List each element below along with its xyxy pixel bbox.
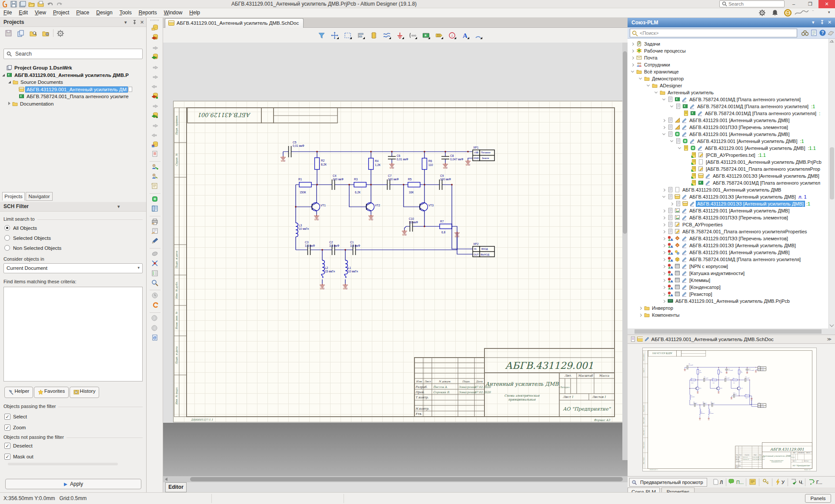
nav-forward-icon[interactable] xyxy=(151,43,158,50)
plm-tree-item[interactable]: АБГВ.431129.001_Антенный усилитель ДМВ.P… xyxy=(628,298,791,305)
radio-non-selected-objects[interactable] xyxy=(4,245,10,251)
panels-button[interactable]: Panels xyxy=(805,494,831,503)
form-hand-icon[interactable] xyxy=(151,228,158,235)
wrench-orange-icon[interactable] xyxy=(151,302,158,309)
plm-search-input[interactable]: <Поиск> xyxy=(630,29,797,37)
project-tree-item[interactable]: Source Documents xyxy=(8,79,64,86)
plm-tree-item[interactable]: [Конденсатор] xyxy=(628,284,721,291)
fwd2-icon[interactable] xyxy=(151,102,158,109)
panel-menu-icon[interactable]: ▾ xyxy=(117,204,120,209)
db-import-icon[interactable] xyxy=(151,33,158,40)
cross-probe-icon[interactable] xyxy=(151,260,158,267)
tab-projects[interactable]: Projects xyxy=(2,192,25,201)
panel-menu-icon[interactable]: ▾ xyxy=(812,20,815,25)
form-icon[interactable] xyxy=(749,479,756,485)
chevron-down-icon[interactable]: ▾ xyxy=(828,10,830,14)
deselect-checkbox[interactable]: ✓ xyxy=(4,443,10,449)
component-chip-icon[interactable] xyxy=(370,32,377,39)
scroll-left-arrow[interactable] xyxy=(165,477,167,481)
project-tree-item[interactable]: Documentation xyxy=(8,101,54,107)
db-props-icon[interactable] xyxy=(151,141,158,148)
plm-tree-item[interactable]: [АБГВ.758724.001_Плата антенного усилите… xyxy=(628,166,821,172)
nav-next-circle-icon[interactable] xyxy=(151,325,158,332)
zoom-checkbox[interactable]: ✓ xyxy=(4,424,10,431)
preview-sheet[interactable] xyxy=(642,348,817,471)
plm-tree-item[interactable]: АБГВ.431129.001 [Антенный усилитель ДМВ]… xyxy=(628,145,816,152)
clock-gray-icon[interactable] xyxy=(151,292,158,299)
help-icon[interactable]: ? xyxy=(819,30,826,36)
mask-out-checkbox[interactable]: ✓ xyxy=(4,454,10,460)
editor-horizontal-scrollbar[interactable] xyxy=(163,476,628,482)
copy-documents-icon[interactable] xyxy=(17,30,24,37)
maximize-button[interactable]: ❐ xyxy=(802,0,818,8)
plm-tree-item[interactable]: АБГВ.431129.001ЭЗ [Антенный усилитель ДМ… xyxy=(628,172,820,179)
toolbar-grip[interactable] xyxy=(150,20,159,21)
avatar[interactable] xyxy=(784,9,792,17)
plm-tree-item[interactable]: АБГВ.758724.001_Плата антенного усилител… xyxy=(628,228,808,235)
history-button[interactable]: History xyxy=(70,387,99,398)
global-search-input[interactable]: Search xyxy=(719,0,785,7)
db-open-folder-icon[interactable] xyxy=(151,24,158,31)
project-tree-item[interactable]: Project Group 1.DsnWrk xyxy=(2,65,73,71)
nav-return-icon[interactable] xyxy=(151,73,158,80)
user-key1-icon[interactable] xyxy=(151,163,158,170)
blob-gray-icon[interactable] xyxy=(151,250,158,257)
save-icon[interactable] xyxy=(5,30,12,37)
eraser-icon[interactable] xyxy=(828,30,834,36)
menu-reports[interactable]: Reports xyxy=(135,8,160,17)
radio-all-objects[interactable] xyxy=(4,225,10,231)
close-panel-icon[interactable]: ✕ xyxy=(140,20,144,25)
print-hand-icon[interactable] xyxy=(151,218,158,225)
plm-tree-item[interactable]: АБГВ.431129.001 [Антенный усилитель ДМВ] xyxy=(628,131,790,138)
document-tab[interactable]: АБГВ.431129.001_Антенный усилитель ДМВ.S… xyxy=(165,18,304,28)
plm-tree-item[interactable]: Демонстратор xyxy=(628,75,685,82)
plm-tree-item[interactable]: АБГВ.431129.001ПЭЗ [Перечень элементов] xyxy=(628,214,789,221)
plm-tree-item[interactable]: ADesigner xyxy=(628,82,683,89)
plm-tree-item[interactable]: [Клеммы] xyxy=(628,277,711,284)
plm-tree-item[interactable]: АБГВ.431129.001 [Антенный усилитель ДМВ] xyxy=(628,117,790,124)
plm-tree-item[interactable]: АБГВ.758724.001МД [Плата антенного усили… xyxy=(628,96,802,103)
favorites-button[interactable]: Favorites xyxy=(34,387,69,398)
schematic-canvas[interactable]: Перв. примен. Справ. № Подп. и дата Инв.… xyxy=(163,43,628,476)
binoculars-icon[interactable] xyxy=(802,30,808,36)
editor-vertical-scrollbar[interactable] xyxy=(622,43,628,460)
db-export-icon[interactable] xyxy=(151,53,158,60)
minimize-button[interactable]: – xyxy=(785,0,802,8)
plm-tree-item[interactable]: Задачи xyxy=(628,40,661,47)
plm-tree-item[interactable]: АБГВ.758724.001МД [Плата антенного усили… xyxy=(628,256,802,263)
apply-button[interactable]: Apply xyxy=(5,479,141,489)
project-tree-item[interactable]: АБГВ.758724.001_Плата антенного усилите xyxy=(14,93,130,100)
menu-place[interactable]: Place xyxy=(73,8,93,17)
plm-tree-item[interactable]: Всё хранилище xyxy=(628,68,680,75)
menu-design[interactable]: Design xyxy=(93,8,116,17)
gear-icon[interactable] xyxy=(759,10,765,16)
chip-green-icon[interactable] xyxy=(151,196,158,202)
document-icon[interactable] xyxy=(811,30,817,36)
plm-tree-item[interactable]: [Катушка индуктивности] xyxy=(628,270,745,277)
doc-sync-icon[interactable] xyxy=(151,334,158,341)
menu-tools[interactable]: Tools xyxy=(116,8,135,17)
bell-icon[interactable] xyxy=(772,10,778,16)
plm-tree-item[interactable]: АБГВ.758724.001МД [Плата антенного усили… xyxy=(628,103,815,110)
select-checkbox[interactable]: ✓ xyxy=(4,414,10,420)
plm-tree-item[interactable]: [NPN с корпусом] xyxy=(628,263,729,270)
nav-prev-circle-icon[interactable] xyxy=(151,315,158,322)
plm-tree-item[interactable]: [АБГВ.431129.001_Антенный усилитель ДМВ.… xyxy=(628,159,822,166)
plm-tree-item[interactable]: Сотрудники xyxy=(628,61,671,68)
plm-tree-item[interactable]: АБГВ.431129.001ПЭЗ [Перечень элементов] xyxy=(628,124,789,131)
refresh1-icon[interactable] xyxy=(151,121,158,128)
plm-tree-item[interactable]: Рабочие процессы xyxy=(628,47,687,54)
plm-tree-item[interactable]: АБГВ.758724.001МД [Плата антенного усили… xyxy=(628,179,821,186)
criteria-textarea[interactable] xyxy=(3,287,143,381)
project-tree-item[interactable]: АБГВ.431129.001_Антенный усилитель ДМ xyxy=(14,86,134,93)
nav-back-icon[interactable] xyxy=(151,82,158,89)
db-checkin-icon[interactable] xyxy=(151,92,158,99)
helper-button[interactable]: Helper xyxy=(4,387,33,398)
plm-vertical-scrollbar[interactable] xyxy=(828,39,835,328)
schematic-sheet[interactable]: Перв. примен. Справ. № Подп. и дата Инв.… xyxy=(173,101,625,422)
plm-tree-item[interactable]: Антенный усилитель xyxy=(628,89,715,96)
gear-icon[interactable] xyxy=(57,30,64,37)
folder-settings-icon[interactable] xyxy=(42,30,50,37)
search-folder-icon[interactable] xyxy=(30,30,37,37)
plm-tree-item[interactable]: АБГВ.431129.001 [Антенный усилитель ДМВ]… xyxy=(628,138,804,145)
